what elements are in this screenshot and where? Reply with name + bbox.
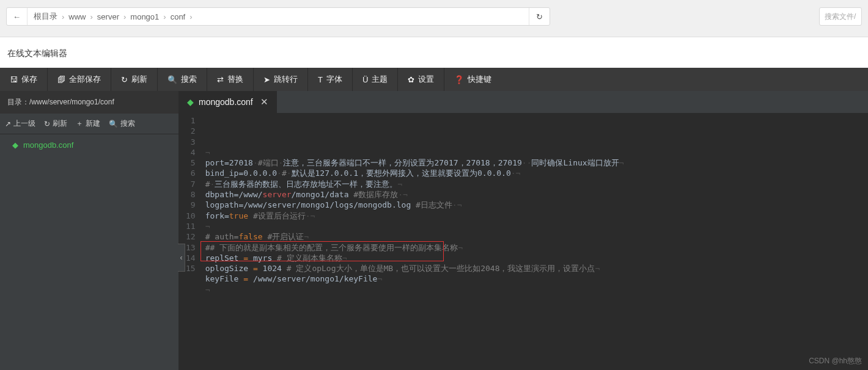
code-line[interactable]: bind_ip=0.0.0.0·#·默认是127.0.0.1，要想外网接入，这里…	[205, 168, 624, 178]
tool-label: 上一级	[13, 118, 35, 129]
code-line[interactable]: keyFile = /www/server/mongo1/keyFile¬	[205, 274, 624, 284]
font-button[interactable]: T字体	[308, 68, 353, 91]
tool-label: 新建	[86, 118, 100, 129]
panel-tools: ↗上一级↻刷新＋新建🔍搜索	[0, 114, 178, 134]
up-tool[interactable]: ↗上一级	[5, 118, 35, 129]
editor-area: ◆ mongodb.conf ✕ 123456789101112131415 ¬…	[178, 91, 868, 370]
tool-label: 刷新	[53, 118, 67, 129]
file-item[interactable]: ◆ mongodb.conf	[0, 134, 178, 156]
file-icon: ◆	[12, 140, 18, 150]
code-line[interactable]: oplogSize = 1024 # 定义opLog大小，单位是MB，也可以设置…	[205, 263, 624, 274]
refresh-tool[interactable]: ↻刷新	[44, 118, 67, 129]
replace-icon: ⇄	[217, 75, 224, 84]
refresh-button[interactable]: ↻刷新	[111, 68, 158, 91]
chevron-icon: ›	[122, 12, 128, 21]
editor-tab[interactable]: ◆ mongodb.conf ✕	[178, 91, 277, 113]
shortcut-icon: ❓	[454, 75, 464, 84]
font-icon: T	[318, 75, 323, 84]
top-bar: ← 根目录› www› server› mongo1› conf› ↻ 搜索文件…	[0, 0, 868, 37]
code-content[interactable]: ¬port=27018·#端口·注意，三台服务器端口不一样，分别设置为27017…	[200, 113, 629, 370]
tool-label: 搜索	[120, 118, 135, 129]
search-input[interactable]: 搜索文件/	[819, 7, 862, 26]
search-button[interactable]: 🔍搜索	[158, 68, 207, 91]
up-icon: ↗	[5, 120, 11, 128]
code-line[interactable]: dbpath=/www/server/mongo1/data #数据库存放·¬	[205, 189, 624, 200]
settings-icon: ✿	[408, 75, 414, 84]
breadcrumb-segment[interactable]: mongo1	[128, 12, 161, 21]
toolbar-label: 字体	[326, 74, 342, 85]
tab-bar: ◆ mongodb.conf ✕	[178, 91, 868, 113]
goto-icon: ➤	[263, 75, 270, 84]
code-line[interactable]: ¬	[205, 147, 624, 158]
search-icon: 🔍	[109, 120, 118, 128]
breadcrumb-segment[interactable]: www	[66, 12, 88, 21]
save-all-button[interactable]: 🗐全部保存	[48, 68, 111, 91]
main-area: 目录：/www/server/mongo1/conf ↗上一级↻刷新＋新建🔍搜索…	[0, 91, 868, 370]
refresh-icon: ↻	[121, 75, 128, 84]
code-line[interactable]	[205, 295, 624, 305]
code-line[interactable]: logpath=/www/server/mongo1/logs/mongodb.…	[205, 200, 624, 210]
search-tool[interactable]: 🔍搜索	[109, 118, 135, 129]
theme-button[interactable]: Ü主题	[353, 68, 398, 91]
breadcrumb-container: ← 根目录› www› server› mongo1› conf› ↻	[6, 7, 550, 26]
page-title: 在线文本编辑器	[0, 37, 868, 68]
code-editor[interactable]: 123456789101112131415 ¬port=27018·#端口·注意…	[178, 113, 868, 370]
collapse-button[interactable]: ‹	[178, 244, 185, 272]
settings-button[interactable]: ✿设置	[398, 68, 444, 91]
shortcut-button[interactable]: ❓快捷键	[444, 68, 501, 91]
watermark: CSDN @hh憨憨	[809, 356, 862, 366]
toolbar-label: 搜索	[181, 74, 197, 85]
file-name: mongodb.conf	[23, 140, 73, 150]
save-button[interactable]: 🖫保存	[0, 68, 48, 91]
theme-icon: Ü	[362, 75, 368, 84]
breadcrumb-segment[interactable]: conf	[168, 12, 188, 21]
breadcrumb-path: 根目录› www› server› mongo1› conf›	[28, 11, 529, 22]
toolbar-label: 主题	[372, 74, 388, 85]
save-all-icon: 🗐	[57, 75, 65, 84]
tab-label: mongodb.conf	[199, 97, 253, 107]
breadcrumb-segment[interactable]: server	[95, 12, 122, 21]
new-tool[interactable]: ＋新建	[76, 118, 100, 129]
panel-title: 目录：/www/server/mongo1/conf	[0, 91, 178, 114]
toolbar-label: 跳转行	[274, 74, 298, 85]
code-line[interactable]: ¬	[205, 221, 624, 231]
refresh-button[interactable]: ↻	[529, 8, 550, 25]
chevron-icon: ›	[60, 12, 66, 21]
goto-button[interactable]: ➤跳转行	[254, 68, 308, 91]
file-icon: ◆	[187, 97, 194, 107]
chevron-icon: ›	[161, 12, 167, 21]
code-line[interactable]: fork=true #设置后台运行·¬	[205, 211, 624, 221]
code-line[interactable]: ¬	[205, 285, 624, 295]
code-line[interactable]: #·三台服务器的数据、日志存放地址不一样，要注意。¬	[205, 179, 624, 189]
toolbar: 🖫保存🗐全部保存↻刷新🔍搜索⇄替换➤跳转行T字体Ü主题✿设置❓快捷键	[0, 68, 868, 91]
file-panel: 目录：/www/server/mongo1/conf ↗上一级↻刷新＋新建🔍搜索…	[0, 91, 178, 370]
toolbar-label: 刷新	[131, 74, 147, 85]
close-icon[interactable]: ✕	[258, 96, 268, 107]
replace-button[interactable]: ⇄替换	[207, 68, 254, 91]
line-gutter: 123456789101112131415	[178, 113, 200, 370]
breadcrumb-segment[interactable]: 根目录	[31, 11, 60, 22]
toolbar-label: 设置	[418, 74, 434, 85]
chevron-icon: ›	[188, 12, 194, 21]
chevron-icon: ›	[89, 12, 95, 21]
search-icon: 🔍	[167, 75, 177, 84]
refresh-icon: ↻	[44, 120, 50, 128]
toolbar-label: 替换	[227, 74, 243, 85]
save-icon: 🖫	[10, 75, 18, 84]
code-line[interactable]: # auth=false #开启认证¬	[205, 231, 624, 242]
back-button[interactable]: ←	[7, 8, 28, 25]
new-icon: ＋	[76, 118, 83, 129]
highlight-box	[200, 241, 444, 261]
code-line[interactable]: port=27018·#端口·注意，三台服务器端口不一样，分别设置为27017，…	[205, 158, 624, 168]
toolbar-label: 快捷键	[468, 74, 491, 85]
toolbar-label: 全部保存	[69, 74, 101, 85]
toolbar-label: 保存	[21, 74, 37, 85]
